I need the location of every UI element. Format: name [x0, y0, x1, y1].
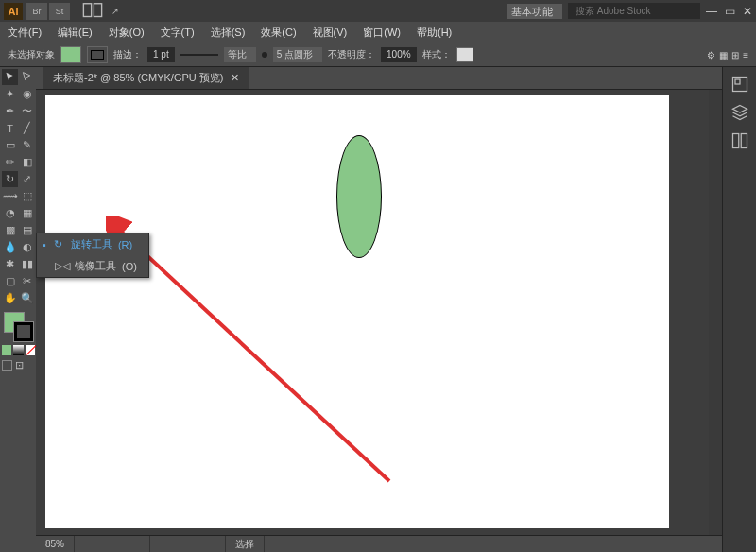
artboard-tool[interactable]: ▢: [2, 273, 18, 289]
more-icon[interactable]: ≡: [743, 50, 748, 60]
color-mode-solid[interactable]: [2, 345, 11, 355]
eraser-tool[interactable]: ◧: [19, 154, 35, 170]
control-bar: 未选择对象 描边： 1 pt 等比 5 点圆形 不透明度： 100% 样式： ⚙…: [0, 43, 756, 67]
selection-tool[interactable]: [2, 69, 18, 85]
change-screen-mode[interactable]: ⊡: [14, 360, 25, 371]
color-mode-gradient[interactable]: [13, 345, 23, 355]
color-mode-none[interactable]: [26, 345, 35, 355]
pencil-tool[interactable]: ✏: [2, 154, 18, 170]
scale-tool[interactable]: ⤢: [19, 171, 35, 187]
flyout-rotate-tool[interactable]: ▪ ↻ 旋转工具 (R): [37, 233, 148, 255]
rotate-tool[interactable]: ↻: [2, 171, 18, 187]
flyout-reflect-tool[interactable]: ▷◁ 镜像工具 (O): [37, 255, 148, 277]
rectangle-tool[interactable]: ▭: [2, 137, 18, 153]
shape-builder-tool[interactable]: ◔: [2, 205, 18, 221]
stroke-swatch[interactable]: [87, 46, 108, 63]
magic-wand-tool[interactable]: ✦: [2, 86, 18, 102]
style-swatch[interactable]: [456, 47, 473, 62]
marker-icon: ▪: [43, 239, 46, 250]
svg-rect-1: [94, 3, 101, 16]
mesh-tool[interactable]: ▩: [2, 222, 18, 238]
menubar: 文件(F) 编辑(E) 对象(O) 文字(T) 选择(S) 效果(C) 视图(V…: [0, 22, 756, 43]
type-tool[interactable]: T: [2, 120, 18, 136]
status-bar: 85% 选择: [36, 535, 722, 552]
menu-type[interactable]: 文字(T): [161, 26, 195, 40]
workspace-menu[interactable]: 基本功能: [507, 4, 562, 19]
stroke-label: 描边：: [113, 48, 142, 61]
column-graph-tool[interactable]: ▮▮: [19, 256, 35, 272]
vertical-scrollbar[interactable]: [709, 90, 722, 535]
eyedropper-tool[interactable]: 💧: [2, 239, 18, 255]
menu-help[interactable]: 帮助(H): [417, 26, 452, 40]
menu-file[interactable]: 文件(F): [8, 26, 42, 40]
screen-mode-normal[interactable]: [2, 360, 12, 371]
opacity-label: 不透明度：: [328, 48, 375, 61]
menu-view[interactable]: 视图(V): [313, 26, 348, 40]
stroke-color[interactable]: [13, 321, 34, 342]
window-controls[interactable]: —▭✕: [706, 5, 752, 18]
opacity-input[interactable]: 100%: [381, 47, 417, 62]
maximize-icon: ▭: [725, 5, 735, 18]
align-icon[interactable]: ▦: [719, 50, 728, 60]
gradient-tool[interactable]: ▤: [19, 222, 35, 238]
flyout-rotate-label: 旋转工具: [71, 237, 112, 251]
svg-rect-6: [732, 134, 738, 148]
svg-line-3: [117, 228, 389, 481]
artboard[interactable]: [45, 95, 669, 528]
arrange-icon[interactable]: [82, 3, 103, 20]
rotate-tool-flyout: ▪ ↻ 旋转工具 (R) ▷◁ 镜像工具 (O): [36, 233, 149, 278]
flyout-rotate-key: (R): [118, 239, 132, 250]
menu-select[interactable]: 选择(S): [211, 26, 246, 40]
layers-panel-icon[interactable]: [730, 103, 749, 122]
ellipse-shape[interactable]: [336, 135, 382, 258]
properties-panel-icon[interactable]: [730, 75, 749, 94]
menu-edit[interactable]: 编辑(E): [58, 26, 93, 40]
app-header: Ai Br St | ↗ 基本功能 搜索 Adobe Stock —▭✕: [0, 0, 756, 22]
stroke-weight-input[interactable]: 1 pt: [147, 47, 175, 62]
slice-tool[interactable]: ✂: [19, 273, 35, 289]
blend-tool[interactable]: ◐: [19, 239, 35, 255]
paintbrush-tool[interactable]: ✎: [19, 137, 35, 153]
minimize-icon: —: [706, 5, 717, 18]
menu-window[interactable]: 窗口(W): [363, 26, 401, 40]
prefs-icon[interactable]: ⚙: [707, 50, 715, 60]
bridge-icon[interactable]: Br: [26, 3, 47, 20]
width-tool[interactable]: ⟿: [2, 188, 18, 204]
line-tool[interactable]: ╱: [19, 120, 35, 136]
fill-swatch[interactable]: [60, 46, 81, 63]
annotation-arrow: [106, 216, 399, 491]
fill-stroke-block[interactable]: [2, 310, 35, 342]
dot-icon: [262, 52, 267, 58]
document-tab[interactable]: 未标题-2* @ 85% (CMYK/GPU 预览) ✕: [43, 67, 249, 89]
zoom-level[interactable]: 85%: [36, 536, 75, 552]
search-input[interactable]: 搜索 Adobe Stock: [568, 3, 700, 19]
selection-status: 未选择对象: [8, 48, 55, 61]
stock-icon[interactable]: St: [49, 3, 70, 20]
zoom-tool[interactable]: 🔍: [19, 290, 35, 306]
lasso-tool[interactable]: ◉: [19, 86, 35, 102]
symbol-sprayer-tool[interactable]: ✱: [2, 256, 18, 272]
transform-icon[interactable]: ⊞: [731, 50, 739, 60]
hand-tool[interactable]: ✋: [2, 290, 18, 306]
libraries-panel-icon[interactable]: [730, 131, 749, 150]
stroke-preview: [180, 54, 218, 56]
perspective-tool[interactable]: ▦: [19, 205, 35, 221]
flyout-reflect-label: 镜像工具: [75, 259, 116, 273]
tool-icon[interactable]: ↗: [105, 3, 126, 20]
brush-menu[interactable]: 5 点圆形: [273, 47, 322, 62]
free-transform-tool[interactable]: ⬚: [19, 188, 35, 204]
status-spacer1: [75, 536, 150, 552]
menu-object[interactable]: 对象(O): [109, 26, 145, 40]
flyout-reflect-key: (O): [122, 261, 137, 272]
rotate-icon: ↻: [52, 238, 65, 251]
ai-logo: Ai: [4, 3, 23, 20]
curvature-tool[interactable]: 〜: [19, 103, 35, 119]
tab-title: 未标题-2* @ 85% (CMYK/GPU 预览): [53, 71, 223, 85]
menu-effect[interactable]: 效果(C): [261, 26, 296, 40]
reflect-icon: ▷◁: [56, 260, 69, 273]
width-profile[interactable]: 等比: [224, 47, 256, 62]
tab-close-icon[interactable]: ✕: [231, 72, 239, 84]
tool-status: 选择: [226, 536, 265, 552]
direct-selection-tool[interactable]: [19, 69, 35, 85]
pen-tool[interactable]: ✒: [2, 103, 18, 119]
